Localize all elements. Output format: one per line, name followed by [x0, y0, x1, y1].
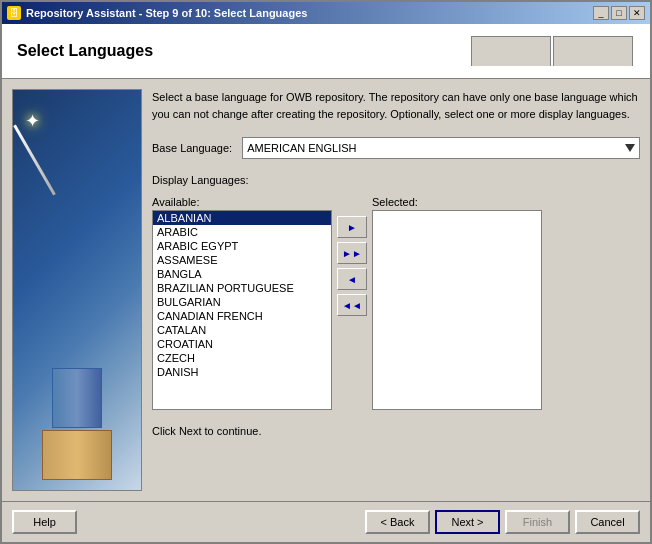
body-area: ✦ Select a base language for OWB reposit…	[2, 79, 650, 501]
footer-right: < Back Next > Finish Cancel	[365, 510, 640, 534]
transfer-buttons: ► ►► ◄ ◄◄	[337, 196, 367, 316]
next-button[interactable]: Next >	[435, 510, 500, 534]
list-item[interactable]: CANADIAN FRENCH	[153, 309, 331, 323]
maximize-button[interactable]: □	[611, 6, 627, 20]
list-item[interactable]: ASSAMESE	[153, 253, 331, 267]
title-bar-left: 🗄 Repository Assistant - Step 9 of 10: S…	[7, 6, 307, 20]
header-tab-1	[471, 36, 551, 66]
move-all-left-button[interactable]: ◄◄	[337, 294, 367, 316]
minimize-button[interactable]: _	[593, 6, 609, 20]
move-one-left-button[interactable]: ◄	[337, 268, 367, 290]
list-item[interactable]: CATALAN	[153, 323, 331, 337]
right-panel: Select a base language for OWB repositor…	[152, 89, 640, 491]
main-window: 🗄 Repository Assistant - Step 9 of 10: S…	[0, 0, 652, 544]
description-text: Select a base language for OWB repositor…	[152, 89, 640, 122]
available-section: Available: ALBANIAN ARABIC ARABIC EGYPT …	[152, 196, 332, 410]
header-tabs	[471, 36, 635, 66]
list-item[interactable]: CZECH	[153, 351, 331, 365]
building-graphic	[42, 368, 112, 480]
list-item[interactable]: CROATIAN	[153, 337, 331, 351]
list-item[interactable]: ARABIC EGYPT	[153, 239, 331, 253]
list-item[interactable]: BULGARIAN	[153, 295, 331, 309]
list-item[interactable]: BANGLA	[153, 267, 331, 281]
languages-area: Available: ALBANIAN ARABIC ARABIC EGYPT …	[152, 196, 640, 410]
available-label: Available:	[152, 196, 332, 208]
available-listbox[interactable]: ALBANIAN ARABIC ARABIC EGYPT ASSAMESE BA…	[152, 210, 332, 410]
back-button[interactable]: < Back	[365, 510, 430, 534]
building-bottom	[42, 430, 112, 480]
selected-label: Selected:	[372, 196, 542, 208]
page-title: Select Languages	[17, 42, 153, 60]
footer: Help < Back Next > Finish Cancel	[2, 501, 650, 542]
move-one-right-button[interactable]: ►	[337, 216, 367, 238]
close-button[interactable]: ✕	[629, 6, 645, 20]
wand-icon	[13, 125, 56, 196]
move-all-right-button[interactable]: ►►	[337, 242, 367, 264]
window-title: Repository Assistant - Step 9 of 10: Sel…	[26, 7, 307, 19]
title-bar: 🗄 Repository Assistant - Step 9 of 10: S…	[2, 2, 650, 24]
header-tab-2	[553, 36, 633, 66]
footer-left: Help	[12, 510, 77, 534]
continue-text: Click Next to continue.	[152, 425, 640, 437]
selected-listbox[interactable]	[372, 210, 542, 410]
cancel-button[interactable]: Cancel	[575, 510, 640, 534]
base-language-row: Base Language: AMERICAN ENGLISH BRITISH …	[152, 137, 640, 159]
app-icon: 🗄	[7, 6, 21, 20]
building-top	[52, 368, 102, 428]
list-item[interactable]: ARABIC	[153, 225, 331, 239]
help-button[interactable]: Help	[12, 510, 77, 534]
window-content: Select Languages ✦ Select a base languag…	[2, 24, 650, 542]
wand-star-icon: ✦	[25, 110, 40, 132]
base-language-select[interactable]: AMERICAN ENGLISH BRITISH ENGLISH FRENCH …	[242, 137, 640, 159]
wizard-image-panel: ✦	[12, 89, 142, 491]
base-language-label: Base Language:	[152, 142, 232, 154]
display-languages-label: Display Languages:	[152, 174, 640, 186]
window-controls: _ □ ✕	[593, 6, 645, 20]
header-area: Select Languages	[2, 24, 650, 79]
list-item[interactable]: ALBANIAN	[153, 211, 331, 225]
list-item[interactable]: BRAZILIAN PORTUGUESE	[153, 281, 331, 295]
finish-button[interactable]: Finish	[505, 510, 570, 534]
selected-section: Selected:	[372, 196, 542, 410]
list-item[interactable]: DANISH	[153, 365, 331, 379]
